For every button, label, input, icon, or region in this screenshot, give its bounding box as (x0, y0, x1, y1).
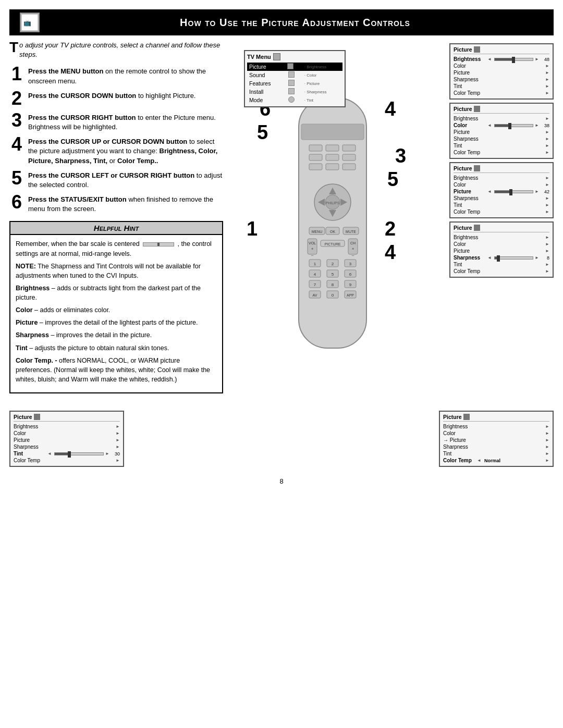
panel-brightness: Picture Brightness ◄ ► 48 Color ► (449, 43, 554, 100)
picture-label-6: → Picture (443, 437, 477, 443)
sharpness-arrow-5: ► (116, 445, 120, 449)
tv-menu-label-picture: Picture (247, 63, 286, 71)
panel-brightness-row-3: Brightness ► (454, 175, 549, 181)
svg-text:9: 9 (349, 282, 352, 287)
tv-menu-row-sound: Sound · Color (247, 71, 342, 79)
panel-colortemp-row-1: Color Temp ► (454, 90, 549, 96)
right-column: TV Menu Picture · Brightness Sound (228, 41, 554, 405)
tv-menu-icon-install (286, 88, 302, 96)
drop-cap: T (9, 41, 18, 54)
panel-picture-icon (474, 165, 480, 171)
step-5: 5 Press the CURSOR LEFT or CURSOR RIGHT … (9, 171, 223, 190)
svg-text:AV: AV (313, 293, 317, 297)
panel-sharpness-row-5: Sharpness ► (14, 443, 120, 450)
page-number-value: 8 (279, 477, 283, 485)
tv-menu-header: TV Menu (247, 53, 342, 60)
step-3-text: Press the CURSOR RIGHT button to enter t… (28, 113, 223, 132)
color-label-1: Color (454, 63, 487, 69)
step-1-text: Press the MENU button on the remote cont… (28, 67, 223, 85)
panel-picture-row-6: → Picture ► (443, 437, 549, 443)
color-arrow-3: ► (545, 182, 549, 187)
hint-para-8: Color Temp. - offers NORMAL, COOL, or WA… (16, 356, 217, 384)
brightness-value: 48 (539, 57, 549, 62)
picture-thumb (509, 189, 512, 195)
panel-color: Picture Brightness ► Color ◄ ► 38 (449, 103, 554, 159)
color-label-3: Color (454, 182, 487, 188)
step-6: 6 Press the STATUS/EXIT button when fini… (9, 195, 223, 214)
colortemp-arrow-2: ► (545, 150, 549, 155)
bottom-panels: Picture Brightness ► Color ► Picture ► S… (9, 411, 554, 472)
step-3-number: 3 (9, 111, 24, 130)
brightness-arrow-6: ► (545, 424, 549, 429)
install-icon (288, 88, 295, 94)
step-1-overlay: 1 (247, 218, 258, 240)
panel-colortemp-header: Picture (443, 414, 549, 422)
svg-text:–: – (311, 253, 314, 257)
svg-text:7: 7 (314, 282, 316, 287)
colortemp-value: Normal (484, 458, 500, 463)
svg-text:MUTE: MUTE (346, 230, 356, 233)
colortemp-arrow-5: ► (116, 458, 120, 463)
brightness-label-4: Brightness (454, 235, 487, 240)
page-header: 📺 How to Use the Picture Adjustment Cont… (9, 9, 554, 35)
colortemp-arrow-4: ► (545, 269, 549, 274)
color-label-4: Color (454, 241, 487, 247)
picture-arrow-6: ► (545, 438, 549, 442)
picture-icon (287, 63, 293, 69)
panel-tint-row-4: Tint ► (454, 261, 549, 268)
sharpness-arrow-l-4: ◄ (487, 255, 492, 260)
step-4-text: Press the CURSOR UP or CURSOR DOWN butto… (28, 137, 223, 166)
panel-picture-row-3: Picture ◄ ► 42 (454, 188, 549, 195)
panel-sharpness-icon (474, 225, 480, 231)
panel-brightness-row-6: Brightness ► (443, 423, 549, 430)
logo: 📺 (20, 13, 40, 32)
panel-brightness-icon (474, 46, 480, 53)
color-arrow-r-2: ► (535, 123, 539, 128)
tv-menu-sharpness: · Sharpness (302, 88, 342, 96)
svg-text:PHILIPS: PHILIPS (326, 201, 340, 205)
tint-fill (55, 453, 69, 455)
svg-rect-5 (326, 145, 339, 151)
brightness-slider (494, 58, 533, 61)
panel-tint-row-5: Tint ◄ ► 30 (14, 450, 120, 457)
intro-paragraph: To adjust your TV picture controls, sele… (9, 41, 223, 59)
panel-picture-header: Picture (454, 165, 549, 173)
svg-text:0: 0 (332, 293, 334, 298)
brightness-arrow-left: ◄ (487, 57, 492, 61)
panel-picture-row-4: Picture ► (454, 248, 549, 254)
step-6-number: 6 (9, 193, 24, 212)
tv-menu-table: Picture · Brightness Sound · Color (247, 63, 342, 104)
tv-menu-label-sound: Sound (247, 71, 286, 79)
brightness-arrow-5: ► (116, 424, 120, 429)
picture-label-5: Picture (14, 437, 47, 443)
hint-para-2: NOTE: The Shaprness and Tint Controls wi… (16, 262, 217, 280)
panel-picture-row-5: Picture ► (14, 437, 120, 443)
svg-text:📺: 📺 (23, 19, 31, 27)
brightness-label-6: Brightness (443, 424, 477, 429)
tv-menu-icon-sound (286, 71, 302, 79)
right-panels: Picture Brightness ◄ ► 48 Color ► (449, 43, 554, 278)
sharpness-arrow-r-4: ► (535, 255, 539, 260)
svg-text:8: 8 (332, 282, 334, 287)
panel-tint-row-6: Tint ► (443, 450, 549, 457)
sharpness-label-2: Sharpness (454, 136, 487, 142)
color-arrow-1: ► (545, 64, 549, 68)
picture-fill (495, 191, 511, 193)
color-label-2: Color (454, 122, 487, 128)
tv-menu-color: · Color (302, 71, 342, 79)
svg-text:2: 2 (332, 262, 334, 266)
brightness-arrow-3: ► (545, 176, 549, 180)
sharpness-arrow-2: ► (545, 137, 549, 141)
picture-label-4: Picture (454, 248, 487, 254)
panel-sharpness: Picture Brightness ► Color ► Picture ► S… (449, 221, 554, 278)
panel-brightness-header: Picture (454, 46, 549, 54)
svg-text:PICTURE: PICTURE (325, 242, 341, 246)
tv-menu-row-features: Features · Picture (247, 79, 342, 88)
panel-sharpness-row-4: Sharpness ◄ ► 8 (454, 254, 549, 261)
tint-arrow-1: ► (545, 84, 549, 89)
tint-value: 30 (109, 451, 120, 456)
tv-menu-icon-features (286, 79, 302, 88)
steps-list: 1 Press the MENU button on the remote co… (9, 67, 223, 214)
picture-arrow-2: ► (545, 130, 549, 134)
tint-label-4: Tint (454, 262, 487, 267)
